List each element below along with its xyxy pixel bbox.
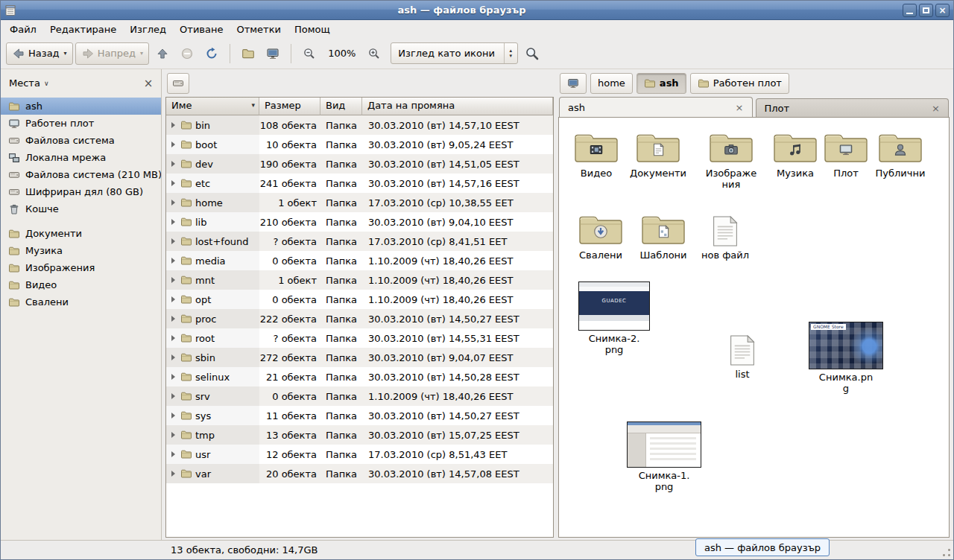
- pathbar-button[interactable]: ash: [636, 73, 686, 94]
- expander-icon[interactable]: [171, 451, 175, 457]
- view-mode-spinner-icon[interactable]: ▴ ▾: [504, 43, 517, 63]
- sidebar-item[interactable]: Локална мрежа: [1, 149, 161, 166]
- sidebar-item[interactable]: Кошче: [1, 200, 161, 217]
- menu-item[interactable]: Отиване: [173, 20, 230, 38]
- search-button[interactable]: [520, 42, 544, 65]
- expander-icon[interactable]: [171, 277, 175, 283]
- tree-row[interactable]: etc 241 обекта Папка 30.03.2010 (вт) 14,…: [166, 174, 553, 193]
- minimize-button[interactable]: [903, 4, 917, 17]
- resize-grip-icon[interactable]: [941, 547, 951, 557]
- expander-icon[interactable]: [171, 471, 175, 477]
- filesystem-root-button[interactable]: [167, 73, 189, 94]
- maximize-button[interactable]: [919, 4, 933, 17]
- expander-icon[interactable]: [171, 238, 175, 244]
- file-item[interactable]: нов файл: [694, 213, 756, 261]
- home-button[interactable]: [237, 42, 259, 65]
- menu-item[interactable]: Помощ: [288, 20, 337, 38]
- reload-button[interactable]: [200, 42, 223, 65]
- menu-item[interactable]: Файл: [3, 20, 43, 38]
- folder-item[interactable]: Видео: [565, 130, 628, 179]
- close-button[interactable]: ×: [935, 4, 950, 17]
- column-header-size[interactable]: Размер: [259, 98, 320, 115]
- image-item[interactable]: GUADECСнимка-2.png: [573, 281, 655, 356]
- expander-icon[interactable]: [171, 161, 175, 167]
- tree-row[interactable]: bin 108 обекта Папка 30.03.2010 (вт) 14,…: [166, 115, 553, 135]
- icon-view[interactable]: ВидеоДокументиИзображенияМузикаПлотПубли…: [558, 117, 950, 538]
- forward-button[interactable]: Напред ▾: [75, 42, 150, 65]
- computer-button[interactable]: [262, 42, 284, 65]
- sidebar-item[interactable]: ash: [1, 98, 161, 115]
- folder-item[interactable]: Публични: [869, 130, 932, 179]
- menu-item[interactable]: Редактиране: [43, 20, 123, 38]
- expander-icon[interactable]: [171, 393, 175, 399]
- folder-item[interactable]: Шаблони: [632, 211, 695, 261]
- sidebar-close-icon[interactable]: ×: [142, 77, 155, 90]
- expander-icon[interactable]: [171, 354, 175, 360]
- file-item[interactable]: list: [711, 332, 774, 380]
- folder-item[interactable]: Документи: [627, 130, 689, 179]
- tree-row[interactable]: proc 222 обекта Папка 30.03.2010 (вт) 14…: [166, 309, 553, 328]
- tree-row[interactable]: lib 210 обекта Папка 30.03.2010 (вт) 9,0…: [166, 212, 553, 232]
- tree-row[interactable]: selinux 21 обекта Папка 30.03.2010 (вт) …: [166, 367, 553, 386]
- tree-row[interactable]: var 20 обекта Папка 30.03.2010 (вт) 14,5…: [166, 464, 553, 483]
- expander-icon[interactable]: [171, 296, 175, 302]
- folder-item[interactable]: Изображения: [700, 130, 762, 191]
- folder-item[interactable]: Свалени: [569, 211, 632, 261]
- tree-row[interactable]: home 1 обект Папка 17.03.2010 (ср) 10,38…: [166, 193, 553, 212]
- expander-icon[interactable]: [171, 219, 175, 225]
- sidebar-item[interactable]: Шифриран дял (80 GB): [1, 183, 161, 200]
- folder-item[interactable]: Плот: [815, 130, 877, 179]
- sidebar-item[interactable]: Видео: [1, 276, 161, 293]
- sidebar-item[interactable]: Работен плот: [1, 115, 161, 132]
- sidebar-item[interactable]: Документи: [1, 225, 161, 242]
- expander-icon[interactable]: [171, 432, 175, 438]
- tree-row[interactable]: usr 12 обекта Папка 17.03.2010 (ср) 8,51…: [166, 445, 553, 464]
- expander-icon[interactable]: [171, 413, 175, 419]
- view-mode-select[interactable]: Изглед като икони ▴ ▾: [391, 42, 518, 64]
- tree-row[interactable]: sbin 272 обекта Папка 30.03.2010 (вт) 9,…: [166, 348, 553, 367]
- tab-close-icon[interactable]: ×: [932, 103, 940, 114]
- tree-row[interactable]: tmp 13 обекта Папка 30.03.2010 (вт) 15,0…: [166, 425, 553, 445]
- up-button[interactable]: [151, 42, 174, 65]
- forward-history-dropdown-icon[interactable]: ▾: [140, 50, 143, 57]
- sidebar-title[interactable]: Места: [9, 77, 40, 89]
- tab-close-icon[interactable]: ×: [736, 102, 744, 113]
- expander-icon[interactable]: [171, 316, 175, 322]
- tab[interactable]: Плот ×: [756, 98, 950, 117]
- tree-row[interactable]: lost+found ? обекта Папка 17.03.2010 (ср…: [166, 232, 553, 251]
- pathbar-button[interactable]: home: [590, 73, 633, 94]
- sidebar-item[interactable]: Свалени: [1, 293, 161, 311]
- menu-item[interactable]: Отметки: [230, 20, 287, 38]
- expander-icon[interactable]: [171, 335, 175, 341]
- pathbar-button[interactable]: [560, 73, 587, 94]
- sidebar-item[interactable]: Файлова система (210 MB): [1, 166, 161, 183]
- zoom-in-button[interactable]: [363, 42, 385, 65]
- titlebar[interactable]: ash — файлов браузър ×: [1, 1, 953, 20]
- tree-row[interactable]: mnt 1 обект Папка 1.10.2009 (чт) 18,40,2…: [166, 270, 553, 290]
- zoom-out-button[interactable]: [298, 42, 320, 65]
- image-item[interactable]: GNOME StoreСнимка.png: [805, 322, 887, 395]
- sidebar-item[interactable]: Музика: [1, 242, 161, 259]
- tab[interactable]: ash ×: [559, 97, 753, 117]
- tree-row[interactable]: srv 0 обекта Папка 1.10.2009 (чт) 18,40,…: [166, 386, 553, 406]
- pathbar-button[interactable]: Работен плот: [690, 73, 789, 94]
- tree-row[interactable]: opt 0 обекта Папка 1.10.2009 (чт) 18,40,…: [166, 290, 553, 309]
- tree-row[interactable]: dev 190 обекта Папка 30.03.2010 (вт) 14,…: [166, 154, 553, 174]
- expander-icon[interactable]: [171, 180, 175, 186]
- image-item[interactable]: Снимка-1.png: [623, 421, 705, 493]
- expander-icon[interactable]: [171, 374, 175, 380]
- column-header-date[interactable]: Дата на промяна: [362, 98, 553, 115]
- column-header-name[interactable]: Име ▾: [166, 98, 259, 115]
- stop-button[interactable]: [176, 42, 198, 65]
- menu-item[interactable]: Изглед: [123, 20, 173, 38]
- chevron-down-icon[interactable]: ∨: [44, 80, 49, 87]
- column-header-type[interactable]: Вид: [320, 98, 362, 115]
- back-history-dropdown-icon[interactable]: ▾: [64, 50, 67, 57]
- sidebar-item[interactable]: Файлова система: [1, 132, 161, 149]
- tree-row[interactable]: media 0 обекта Папка 1.10.2009 (чт) 18,4…: [166, 251, 553, 270]
- sidebar-item[interactable]: Изображения: [1, 259, 161, 276]
- expander-icon[interactable]: [171, 200, 175, 206]
- expander-icon[interactable]: [171, 122, 175, 128]
- tree-row[interactable]: sys 11 обекта Папка 30.03.2010 (вт) 14,5…: [166, 406, 553, 425]
- tree-row[interactable]: boot 10 обекта Папка 30.03.2010 (вт) 9,0…: [166, 135, 553, 154]
